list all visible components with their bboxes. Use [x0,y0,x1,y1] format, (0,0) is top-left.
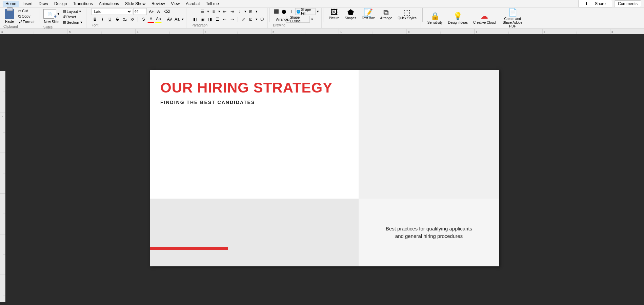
text-direction-button[interactable]: ⤢ [240,16,247,23]
align-center-button[interactable]: ▣ [199,16,206,23]
shape-fill-arrow[interactable]: ▼ [316,10,319,13]
drawing-label: Drawing [273,23,285,27]
slide-main-title[interactable]: OUR HIRING STRATEGY [160,80,348,96]
slides-content: 📄 + ▼ New Slide ▤ Layout ▼ ↺ Reset [43,8,84,25]
menu-view[interactable]: View [168,1,182,7]
menu-tell-me[interactable]: Tell me [203,1,222,7]
svg-text:4: 4 [137,30,139,34]
align-text-dropdown[interactable]: ▼ [255,18,258,21]
menu-slide-show[interactable]: Slide Show [122,1,148,7]
menu-draw[interactable]: Draw [36,1,51,7]
ribbon-content: Paste ✂ Cut ⧉ Copy 🖌 Format [0,7,644,28]
smart-art-button[interactable]: ⬡ [259,16,265,23]
shapes-button[interactable]: ⬟ Shapes [343,8,358,21]
ruler-markings: 6 5 4 3 2 1 0 1 2 3 [0,29,644,34]
picture-button[interactable]: 🖼 Picture [327,8,341,21]
decrease-font-button[interactable]: A- [156,8,162,15]
ltr-button[interactable]: ⇒ [229,16,236,23]
decrease-indent-button[interactable]: ⇤ [221,8,228,15]
menu-acrobat[interactable]: Acrobat [183,1,202,7]
menu-review[interactable]: Review [149,1,167,7]
menu-animations[interactable]: Animations [96,1,122,7]
reset-button[interactable]: ↺ Reset [61,14,84,19]
align-left-button[interactable]: ◧ [192,16,198,23]
share-button[interactable]: ⬆ Share [578,0,612,8]
sensitivity-label: Sensitivity [427,21,443,24]
slide-bottom-right: Best practices for qualifying applicants… [359,199,499,266]
subscript-button[interactable]: x₂ [121,16,128,23]
text-box-button[interactable]: 📝 Text Box [360,8,377,21]
design-ideas-button[interactable]: 💡 Design Ideas [446,11,470,26]
highlight-button[interactable]: Aa [155,16,162,23]
new-slide-button[interactable]: 📄 + ▼ [43,9,60,19]
shadow-button[interactable]: S [140,16,147,23]
shape-outline-arrow[interactable]: ▼ [310,18,314,21]
quick-styles-button[interactable]: ⬚ Quick Styles [396,8,419,21]
slide[interactable]: OUR HIRING STRATEGY FINDING THE BEST CAN… [150,70,499,266]
design-ideas-icon: 💡 [453,12,462,21]
font-color-button[interactable]: A [147,16,154,23]
section-button[interactable]: ▦ Section ▼ [61,20,84,25]
font-divider-2 [164,17,164,22]
align-text-button[interactable]: ⊡ [247,16,254,23]
line-spacing-button[interactable]: ↕ [236,8,243,15]
menu-transitions[interactable]: Transitions [70,1,95,7]
menu-design[interactable]: Design [52,1,69,7]
slide-canvas[interactable]: OUR HIRING STRATEGY FINDING THE BEST CAN… [5,34,644,302]
slide-sub-title[interactable]: FINDING THE BEST CANDIDATES [160,100,348,105]
shape-select-button[interactable]: ⬛ [273,8,280,15]
strikethrough-button[interactable]: S [114,16,121,23]
numbering-dropdown[interactable]: ▼ [218,10,221,13]
create-share-button[interactable]: 📄 Create and Share Adobe PDF [499,7,526,29]
svg-text:3: 3 [611,30,613,34]
new-slide-icon: 📄 + [43,9,56,19]
copy-button[interactable]: ⧉ Copy [17,14,36,19]
divider-4 [269,8,269,22]
paste-button[interactable]: Paste [3,8,16,24]
align-right-button[interactable]: ◨ [206,16,213,23]
slide-body-text[interactable]: Best practices for qualifying applicants… [386,225,472,240]
numbering-button[interactable]: ≡ [210,8,217,15]
quick-styles-label: Quick Styles [398,16,417,20]
creative-cloud-button[interactable]: ☁ Creative Cloud [471,11,498,26]
underline-button[interactable]: U [106,16,113,23]
text-box-button[interactable]: T [288,8,295,15]
comments-button[interactable]: Comments [614,0,641,7]
layout-button[interactable]: ▤ Layout ▼ [61,9,84,14]
increase-indent-button[interactable]: ⇥ [229,8,236,15]
char-spacing-button[interactable]: AV [166,16,173,23]
columns-button[interactable]: ⊞ [247,8,254,15]
menu-home[interactable]: Home [3,1,19,7]
picture-label: Picture [329,16,339,20]
change-case-button[interactable]: Aa [174,16,180,23]
copy-icon: ⧉ [18,14,21,19]
italic-button[interactable]: I [99,16,106,23]
format-button[interactable]: 🖌 Format [17,19,36,24]
arrange-button[interactable]: Arrange [279,16,285,23]
justify-button[interactable]: ☰ [214,16,221,23]
columns-dropdown[interactable]: ▼ [255,10,258,13]
shape-outline-dropdown[interactable]: □ Shape Outline [286,16,310,23]
line-spacing-dropdown[interactable]: ▼ [244,10,247,13]
bold-button[interactable]: B [92,16,98,23]
clipboard-small-buttons: ✂ Cut ⧉ Copy 🖌 Format [17,8,36,24]
v-ruler-markings: 1 [0,72,5,305]
sensitivity-button[interactable]: 🔒 Sensitivity [425,11,445,26]
font-family-select[interactable]: Lato [92,8,132,15]
paragraph-content: ☰ ▼ ≡ ▼ ⇤ ⇥ ↕ ▼ ⊞ ▼ ◧ ▣ ◨ ☰ ⇐ ⇒ [192,8,265,23]
superscript-button[interactable]: x² [129,16,136,23]
shapes-icon: ⬟ [347,9,354,16]
bullets-button[interactable]: ☰ [199,8,206,15]
cut-button[interactable]: ✂ Cut [17,8,36,14]
clear-format-button[interactable]: ⌫ [163,8,170,15]
font-size-input[interactable] [133,8,147,15]
shape-fill-dropdown[interactable]: 🪣 Shape Fill [295,8,316,15]
case-dropdown[interactable]: ▼ [181,18,184,21]
bullets-dropdown[interactable]: ▼ [206,10,209,13]
rtl-button[interactable]: ⇐ [221,16,228,23]
menu-insert[interactable]: Insert [20,1,35,7]
svg-text:0: 0 [408,30,410,34]
increase-font-button[interactable]: A+ [148,8,155,15]
oval-button[interactable]: ⬤ [280,8,287,15]
arrange-button[interactable]: ⧉ Arrange [378,8,395,21]
